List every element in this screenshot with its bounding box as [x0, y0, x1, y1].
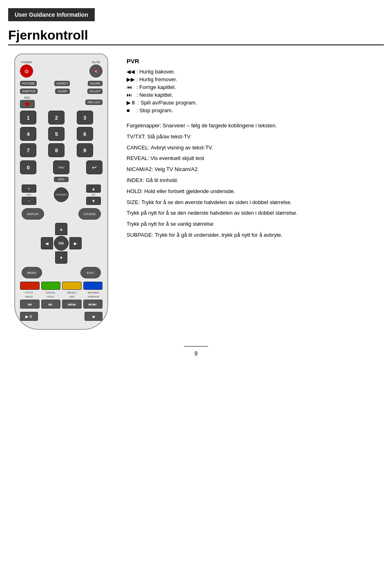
color-buttons-row [20, 282, 102, 290]
page-title: Fjernkontroll [8, 28, 384, 43]
vol-down-button[interactable]: − [22, 197, 36, 205]
page-number: 9 [194, 350, 198, 357]
power-mute-row: POWER ⏻ MUTE 🔇 [20, 61, 102, 78]
nicam-label: NICAM/A2 [85, 291, 102, 294]
reclist-button[interactable]: REC.LIST [85, 100, 102, 105]
tvtxt-label: TV/TXT [20, 291, 38, 294]
rewind-button[interactable]: ⏮ [20, 300, 40, 309]
rec-reclist-row: REC REC.LIST [20, 96, 102, 108]
header-bar: User Guidance Information [8, 8, 95, 21]
blue-button[interactable] [83, 282, 103, 290]
play-pause-icon: ▶⏸ [127, 100, 136, 106]
ok-button[interactable]: OK [54, 236, 69, 251]
num8-button[interactable]: 8 [48, 143, 65, 157]
stop-button[interactable]: ■ [85, 312, 102, 321]
pvr-item-prev: ⏮ : Forrige kapittel. [127, 84, 384, 90]
power-label: POWER [21, 61, 32, 64]
num1-button[interactable]: 1 [20, 111, 36, 124]
next-icon: ⏭ [127, 92, 135, 98]
rec-button[interactable] [20, 100, 35, 108]
nav-right-button[interactable]: ▶ [69, 237, 82, 249]
reveal-label: REVEAL [63, 291, 81, 294]
sleep-button[interactable]: SLEEP [55, 89, 70, 94]
vol-label: VOL [27, 193, 31, 196]
header-title: User Guidance Information [15, 11, 88, 18]
ch-down-button[interactable]: ▼ [86, 197, 101, 205]
mute-button[interactable]: 🔇 [89, 64, 102, 78]
num4-button[interactable]: 4 [20, 127, 36, 141]
subtitle-sleep-chlist-row: SUBTITLE SLEEP CH.LIST [20, 89, 102, 94]
ch-group: ▲ CH ▼ [86, 184, 101, 205]
description-section: Fargeknapper: Snarveier – følg de farged… [127, 122, 384, 240]
num0-button[interactable]: 0 [20, 160, 36, 174]
chlist-button[interactable]: CH.LIST [87, 89, 102, 94]
remote-container: POWER ⏻ MUTE 🔇 PICTURE ASPECT SOUND SUBT… [8, 53, 114, 330]
transport-buttons-row: ⏮ ⏭ ⏮⏮ ⏭⏭ [20, 300, 102, 309]
aspect-button[interactable]: ASPECT [54, 81, 70, 86]
nav-up-button[interactable]: ▲ [55, 223, 67, 235]
mute-label: MUTE [92, 61, 100, 64]
pvr-item-forward: ▶▶ : Hurtig fremover. [127, 76, 384, 82]
fav-button[interactable]: FAV [53, 160, 69, 174]
epg-button[interactable]: EPG [54, 177, 69, 182]
picture-aspect-sound-row: PICTURE ASPECT SOUND [20, 81, 102, 86]
next-chapter-button[interactable]: ⏭⏭ [83, 300, 103, 309]
pvr-item-next-text: : Neste kapittel. [136, 92, 173, 98]
nav-cross: ▲ ◀ OK ▶ ▼ [41, 223, 82, 264]
play-pause-button[interactable]: ▶⏸ [20, 312, 38, 321]
green-button[interactable] [41, 282, 61, 290]
transport-labels-row: INDEX HOLD SIZE SUBPAGE [20, 296, 102, 298]
vol-group: + VOL − [22, 184, 36, 205]
vol-up-button[interactable]: + [22, 184, 36, 193]
hold-label: HOLD [42, 296, 60, 298]
subpage-label: SUBPAGE [85, 296, 102, 298]
sound-button[interactable]: SOUND [88, 81, 102, 86]
num7-button[interactable]: 7 [20, 143, 36, 157]
subtitle-button[interactable]: SUBTITLE [20, 89, 38, 94]
tv-radio-button[interactable]: TV/RADIO [54, 187, 69, 202]
pvr-item-play-text: : Spill av/Pause program. [138, 100, 197, 106]
power-group: POWER ⏻ [20, 61, 33, 78]
pvr-item-forward-text: : Hurtig fremover. [136, 76, 177, 82]
desc-normal: Trykk på nytt for å se vanlig størrelse [127, 220, 384, 229]
num6-button[interactable]: 6 [77, 127, 93, 141]
forward-button[interactable]: ⏭ [41, 300, 61, 309]
pvr-title: PVR [127, 58, 384, 64]
pvr-item-stop: ■ : Stop program. [127, 107, 384, 113]
rewind-icon: ◀◀ [127, 69, 135, 75]
picture-button[interactable]: PICTURE [20, 81, 37, 86]
display-source-row: DISPLAY SOURCE [20, 208, 102, 220]
exit-button[interactable]: EXIT [80, 267, 101, 278]
num3-button[interactable]: 3 [77, 111, 93, 124]
power-button[interactable]: ⏻ [20, 64, 33, 78]
footer-divider [184, 346, 208, 347]
yellow-button[interactable] [62, 282, 82, 290]
source-button[interactable]: SOURCE [78, 208, 101, 220]
vol-tvradio-ch-section: + VOL − TV/RADIO ▲ CH ▼ [20, 184, 102, 205]
desc-cancel: CANCEL: Avbryt visning av tekst-TV. [127, 144, 384, 152]
menu-exit-row: MENU EXIT [20, 267, 102, 278]
red-button[interactable] [20, 282, 40, 290]
zero-fav-return-row: 0 FAV ↩ [20, 160, 102, 174]
pvr-item-rewind-text: : Hurtig bakover. [136, 69, 175, 75]
desc-subpage: SUBPAGE: Trykk for å gå til undersider, … [127, 231, 384, 240]
cancel-label: CANCEL [42, 291, 60, 294]
num5-button[interactable]: 5 [48, 127, 65, 141]
rec-group: REC [20, 96, 35, 108]
prev-chapter-button[interactable]: ⏮⏮ [62, 300, 82, 309]
nav-down-button[interactable]: ▼ [55, 251, 67, 264]
pvr-section: PVR ◀◀ : Hurtig bakover. ▶▶ : Hurtig fre… [127, 58, 384, 113]
nav-left-button[interactable]: ◀ [41, 237, 53, 249]
forward-icon: ▶▶ [127, 76, 135, 82]
epg-row: EPG [20, 177, 102, 182]
play-stop-row: ▶⏸ ■ [20, 312, 102, 321]
menu-button[interactable]: MENU [22, 267, 42, 278]
return-button[interactable]: ↩ [86, 160, 102, 174]
color-btn-labels-row: TV/TXT CANCEL REVEAL NICAM/A2 [20, 291, 102, 294]
num9-button[interactable]: 9 [77, 143, 93, 157]
display-button[interactable]: DISPLAY [22, 208, 44, 220]
pvr-item-prev-text: : Forrige kapittel. [136, 84, 176, 90]
num2-button[interactable]: 2 [48, 111, 65, 124]
ch-up-button[interactable]: ▲ [86, 184, 101, 193]
desc-color-buttons: Fargeknapper: Snarveier – følg de farged… [127, 122, 384, 130]
